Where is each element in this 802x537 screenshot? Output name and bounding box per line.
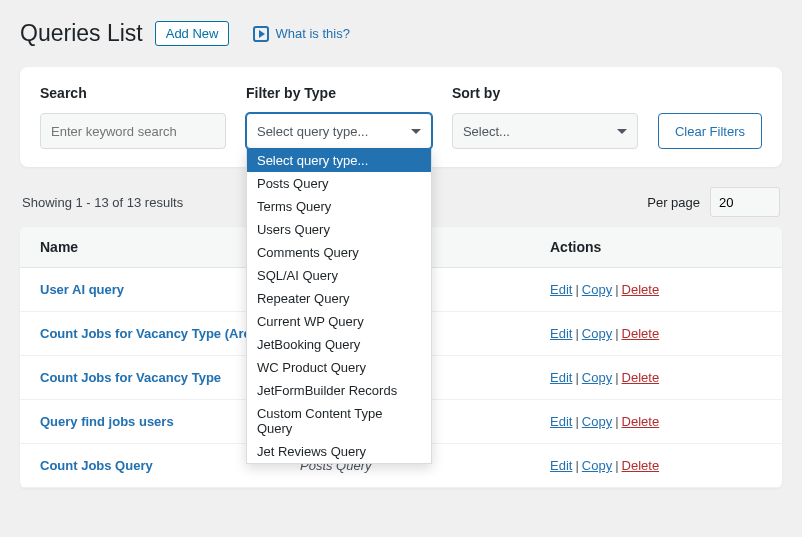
query-name-link[interactable]: Query find jobs users xyxy=(40,414,174,429)
dropdown-option[interactable]: Posts Query xyxy=(247,172,431,195)
sort-value: Select... xyxy=(463,124,510,139)
add-new-button[interactable]: Add New xyxy=(155,21,230,46)
search-label: Search xyxy=(40,85,226,101)
dropdown-option[interactable]: Repeater Query xyxy=(247,287,431,310)
edit-link[interactable]: Edit xyxy=(550,326,572,341)
page-title: Queries List xyxy=(20,20,143,47)
dropdown-option[interactable]: Custom Content Type Query xyxy=(247,402,431,440)
edit-link[interactable]: Edit xyxy=(550,414,572,429)
query-name-link[interactable]: Count Jobs for Vacancy Type xyxy=(40,370,221,385)
column-actions: Actions xyxy=(550,239,762,255)
dropdown-option[interactable]: Terms Query xyxy=(247,195,431,218)
copy-link[interactable]: Copy xyxy=(582,458,612,473)
delete-link[interactable]: Delete xyxy=(622,414,660,429)
clear-filters-button[interactable]: Clear Filters xyxy=(658,113,762,149)
what-is-this-label: What is this? xyxy=(275,26,349,41)
dropdown-option[interactable]: Current WP Query xyxy=(247,310,431,333)
delete-link[interactable]: Delete xyxy=(622,282,660,297)
sort-label: Sort by xyxy=(452,85,638,101)
per-page-label: Per page xyxy=(647,195,700,210)
query-name-link[interactable]: Count Jobs Query xyxy=(40,458,153,473)
play-icon xyxy=(253,26,269,42)
filter-type-dropdown: Select query type...Posts QueryTerms Que… xyxy=(246,149,432,464)
dropdown-option[interactable]: Comments Query xyxy=(247,241,431,264)
dropdown-option[interactable]: Jet Reviews Query xyxy=(247,440,431,463)
dropdown-option[interactable]: Select query type... xyxy=(247,149,431,172)
edit-link[interactable]: Edit xyxy=(550,458,572,473)
search-input[interactable] xyxy=(40,113,226,149)
dropdown-option[interactable]: JetBooking Query xyxy=(247,333,431,356)
sort-select[interactable]: Select... xyxy=(452,113,638,149)
copy-link[interactable]: Copy xyxy=(582,414,612,429)
filter-panel: Search Filter by Type Select query type.… xyxy=(20,67,782,167)
filter-type-select[interactable]: Select query type... xyxy=(246,113,432,149)
filter-type-label: Filter by Type xyxy=(246,85,432,101)
results-count: Showing 1 - 13 of 13 results xyxy=(22,195,183,210)
filter-type-value: Select query type... xyxy=(257,124,368,139)
copy-link[interactable]: Copy xyxy=(582,326,612,341)
edit-link[interactable]: Edit xyxy=(550,282,572,297)
copy-link[interactable]: Copy xyxy=(582,370,612,385)
edit-link[interactable]: Edit xyxy=(550,370,572,385)
delete-link[interactable]: Delete xyxy=(622,458,660,473)
delete-link[interactable]: Delete xyxy=(622,326,660,341)
dropdown-option[interactable]: JetFormBuilder Records xyxy=(247,379,431,402)
query-name-link[interactable]: Count Jobs for Vacancy Type (Arcive) xyxy=(40,326,273,341)
delete-link[interactable]: Delete xyxy=(622,370,660,385)
dropdown-option[interactable]: SQL/AI Query xyxy=(247,264,431,287)
chevron-down-icon xyxy=(617,129,627,134)
per-page-input[interactable] xyxy=(710,187,780,217)
dropdown-option[interactable]: WC Product Query xyxy=(247,356,431,379)
what-is-this-link[interactable]: What is this? xyxy=(253,26,349,42)
query-name-link[interactable]: User AI query xyxy=(40,282,124,297)
chevron-down-icon xyxy=(411,129,421,134)
copy-link[interactable]: Copy xyxy=(582,282,612,297)
dropdown-option[interactable]: Users Query xyxy=(247,218,431,241)
